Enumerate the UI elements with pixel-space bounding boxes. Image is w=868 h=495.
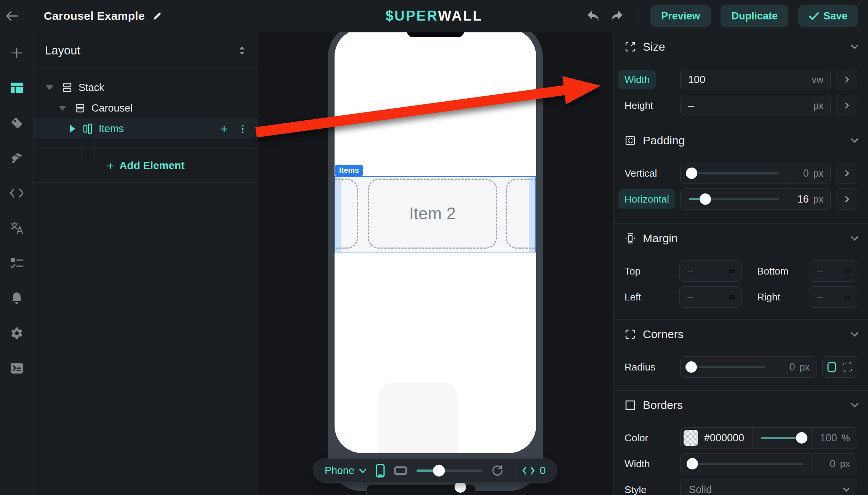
divider	[637, 8, 637, 24]
slider-knob[interactable]	[686, 168, 697, 179]
opacity-slider[interactable]	[752, 428, 811, 448]
plus-icon: +	[107, 159, 114, 172]
tree-row-label: Stack	[78, 82, 104, 94]
collapse-chevron-icon[interactable]	[851, 329, 858, 337]
slider-knob[interactable]	[796, 432, 807, 444]
border-style-select[interactable]: Solid	[680, 479, 857, 495]
caret-right-icon[interactable]	[70, 125, 75, 133]
layout-grid-icon	[10, 82, 23, 94]
radius-slider[interactable]	[681, 357, 774, 377]
width-unit[interactable]: vw	[812, 74, 830, 85]
border-width-input[interactable]: 0 px	[680, 453, 857, 474]
row-menu-button[interactable]: ⋮	[238, 126, 248, 132]
radius-input[interactable]: 0 px	[680, 356, 817, 378]
back-button[interactable]	[0, 0, 24, 32]
localization-tool-button[interactable]	[0, 211, 33, 246]
add-element-button[interactable]: + Add Element	[34, 149, 258, 183]
layout-tool-button[interactable]	[0, 70, 33, 105]
individual-corners-icon	[842, 362, 853, 372]
carousel-item-next[interactable]	[506, 179, 536, 249]
slider-knob[interactable]	[700, 193, 711, 205]
height-row: Height – px	[625, 95, 857, 116]
zoom-slider[interactable]	[416, 469, 483, 472]
divider	[513, 464, 513, 477]
styles-tool-button[interactable]	[0, 141, 33, 176]
duplicate-button[interactable]: Duplicate	[721, 5, 788, 27]
horizontal-padding-slider[interactable]	[681, 189, 788, 209]
margin-right-input[interactable]: – px	[809, 286, 857, 308]
add-child-button[interactable]: +	[220, 122, 228, 135]
checklist-tool-button[interactable]	[0, 246, 33, 281]
console-tool-button[interactable]	[0, 351, 33, 386]
add-tool-button[interactable]	[0, 35, 33, 70]
sort-icon[interactable]	[238, 46, 246, 56]
section-title: Size	[643, 40, 665, 53]
margin-top-input[interactable]: – px	[679, 260, 741, 282]
notifications-tool-button[interactable]	[0, 281, 33, 316]
settings-tool-button[interactable]	[0, 316, 33, 351]
tree-row-carousel[interactable]: Carousel	[34, 98, 258, 118]
slider-knob[interactable]	[685, 361, 697, 373]
vertical-padding-input[interactable]: 0 px	[680, 163, 831, 184]
phone-mockup: Item 2 Items	[328, 32, 543, 491]
stack-icon	[75, 103, 85, 113]
device-selector[interactable]: Phone	[325, 465, 367, 477]
border-width-slider[interactable]	[681, 453, 811, 474]
height-expand-button[interactable]	[836, 95, 857, 116]
chevron-down-icon	[359, 468, 367, 473]
border-color-input[interactable]: #000000 100 %	[680, 427, 857, 449]
carousel-item-previous[interactable]	[335, 179, 358, 249]
tags-tool-button[interactable]	[0, 105, 33, 141]
slider-knob[interactable]	[687, 458, 698, 469]
collapse-chevron-icon[interactable]	[851, 42, 858, 49]
checklist-icon	[10, 257, 24, 269]
faint-content-block	[378, 383, 458, 453]
height-input[interactable]: – px	[680, 95, 831, 116]
phone-screen[interactable]: Item 2 Items	[335, 32, 536, 453]
tree-row-items[interactable]: Items + ⋮	[34, 118, 258, 139]
color-hex-value[interactable]: #000000	[698, 432, 752, 444]
corner-mode-toggle[interactable]	[822, 356, 857, 378]
margin-icon	[625, 233, 636, 244]
collapse-chevron-icon[interactable]	[851, 233, 858, 241]
collapse-chevron-icon[interactable]	[851, 135, 858, 143]
preview-button[interactable]: Preview	[650, 5, 711, 27]
code-editor-button[interactable]: 0	[522, 465, 546, 477]
width-label[interactable]: Width	[618, 70, 656, 89]
margin-left-input[interactable]: – px	[679, 286, 741, 308]
collapse-chevron-icon[interactable]	[851, 400, 858, 407]
redo-icon[interactable]	[610, 10, 624, 22]
bell-icon	[10, 291, 23, 305]
document-title: Carousel Example	[44, 10, 145, 22]
refresh-icon[interactable]	[492, 464, 503, 477]
tree-row-stack[interactable]: Stack	[34, 77, 258, 98]
width-expand-button[interactable]	[836, 69, 857, 90]
vertical-expand-button[interactable]	[836, 163, 857, 184]
back-arrow-icon	[5, 11, 18, 21]
edit-pencil-icon[interactable]	[152, 11, 162, 21]
color-swatch[interactable]	[684, 430, 698, 446]
caret-down-icon[interactable]	[59, 106, 66, 111]
horizontal-padding-input[interactable]: 16 px	[680, 188, 831, 210]
plus-icon	[10, 46, 23, 59]
caret-down-icon[interactable]	[46, 85, 53, 90]
carousel-item-current[interactable]: Item 2	[368, 179, 497, 249]
landscape-device-icon[interactable]	[394, 465, 407, 476]
margin-bottom-label: Bottom	[757, 265, 809, 277]
code-tool-button[interactable]	[0, 176, 33, 211]
device-toolbar: Phone	[313, 458, 557, 483]
save-button[interactable]: Save	[798, 5, 858, 27]
height-unit[interactable]: px	[814, 100, 830, 111]
canvas[interactable]: Item 2 Items Phone	[258, 32, 613, 495]
margin-bottom-input[interactable]: – px	[809, 260, 857, 282]
undo-icon[interactable]	[586, 10, 600, 22]
carousel-selection[interactable]: Item 2	[335, 176, 536, 252]
layout-panel-header: Layout	[34, 32, 258, 69]
horizontal-label[interactable]: Horizontal	[618, 189, 675, 209]
portrait-device-icon[interactable]	[376, 463, 385, 478]
width-input[interactable]: 100 vw	[680, 69, 831, 90]
vertical-padding-slider[interactable]	[681, 163, 788, 184]
padding-horizontal-row: Horizontal 16 px	[625, 188, 857, 210]
horizontal-expand-button[interactable]	[836, 188, 857, 210]
zoom-slider-knob[interactable]	[433, 465, 445, 477]
